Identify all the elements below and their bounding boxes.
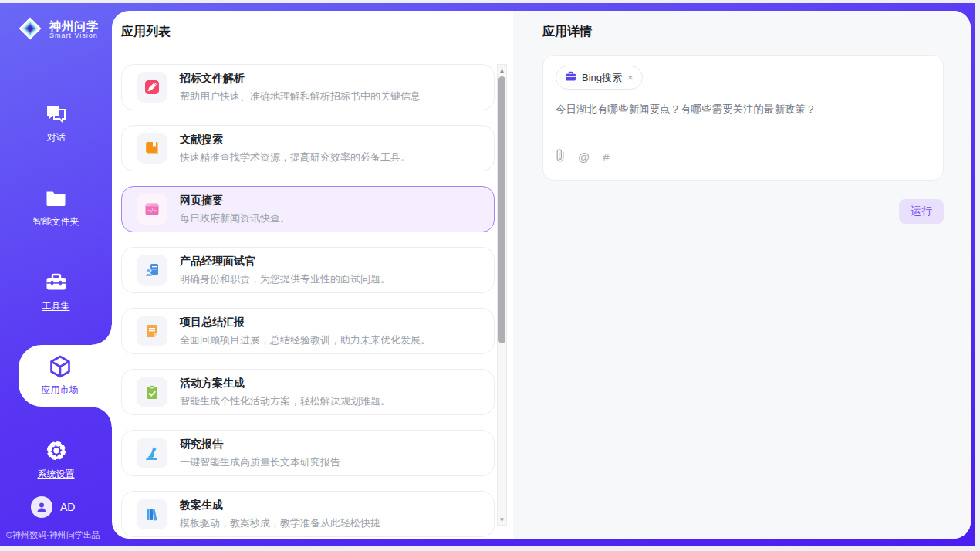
app-description: 全面回顾项目进展，总结经验教训，助力未来优化发展。 bbox=[180, 333, 431, 347]
sidebar-item-toolbox[interactable]: 工具集 bbox=[0, 261, 112, 323]
list-item[interactable]: </>网页摘要每日政府新闻资讯快查。 bbox=[121, 186, 495, 232]
sidebar-item-gear[interactable]: 系统设置 bbox=[0, 429, 112, 491]
app-description: 帮助用户快速、准确地理解和解析招标书中的关键信息 bbox=[180, 90, 421, 103]
cube-icon bbox=[49, 356, 71, 377]
app-description: 每日政府新闻资讯快查。 bbox=[180, 211, 290, 225]
report-icon bbox=[137, 438, 167, 468]
app-list-panel: 应用列表 招标文件解析帮助用户快速、准确地理解和解析招标书中的关键信息文献搜索快… bbox=[112, 11, 513, 539]
attachment-toolbar: @ # bbox=[556, 149, 931, 165]
app-description: 智能生成个性化活动方案，轻松解决规划难题。 bbox=[180, 394, 390, 408]
list-item[interactable]: 研究报告一键智能生成高质量长文本研究报告 bbox=[121, 430, 495, 476]
gear-icon bbox=[46, 440, 67, 461]
app-list-title: 应用列表 bbox=[121, 24, 513, 40]
at-sign-icon[interactable]: @ bbox=[578, 150, 590, 164]
app-name: 文献搜索 bbox=[180, 133, 411, 147]
brand-diamond-icon bbox=[17, 15, 43, 45]
tool-tag-label: Bing搜索 bbox=[582, 71, 622, 85]
main-content: 应用列表 招标文件解析帮助用户快速、准确地理解和解析招标书中的关键信息文献搜索快… bbox=[112, 11, 971, 539]
sidebar-item-label: 工具集 bbox=[42, 299, 70, 313]
interviewer-icon bbox=[137, 255, 167, 286]
list-item[interactable]: 产品经理面试官明确身份和职责，为您提供专业性的面试问题。 bbox=[121, 247, 495, 293]
app-name: 项目总结汇报 bbox=[180, 316, 431, 330]
list-item[interactable]: 招标文件解析帮助用户快速、准确地理解和解析招标书中的关键信息 bbox=[121, 64, 495, 110]
sidebar-item-folder[interactable]: 智能文件夹 bbox=[0, 177, 112, 238]
sidebar-item-label: 智能文件夹 bbox=[33, 215, 79, 228]
sidebar: 神州问学 Smart Vision 对话智能文件夹工具集应用市场系统设置 AD … bbox=[0, 3, 112, 546]
list-item[interactable]: 活动方案生成智能生成个性化活动方案，轻松解决规划难题。 bbox=[121, 369, 495, 415]
app-description: 模板驱动，教案秒成，教学准备从此轻松快捷 bbox=[180, 516, 380, 530]
user-avatar[interactable] bbox=[31, 496, 52, 518]
briefcase-icon bbox=[565, 71, 576, 85]
brand-name: 神州问学 bbox=[49, 20, 99, 33]
user-icon bbox=[35, 501, 48, 513]
app-description: 快速精准查找学术资源，提高研究效率的必备工具。 bbox=[180, 150, 411, 164]
folder-icon bbox=[46, 188, 67, 209]
user-area[interactable]: AD bbox=[0, 496, 112, 518]
scrollbar[interactable]: ▲ ▼ bbox=[497, 64, 507, 526]
app-name: 招标文件解析 bbox=[180, 72, 421, 86]
scrollbar-down-icon[interactable]: ▼ bbox=[498, 514, 506, 525]
sidebar-item-label: 对话 bbox=[47, 131, 66, 144]
paperclip-icon[interactable] bbox=[556, 149, 565, 165]
hash-icon[interactable]: # bbox=[603, 150, 609, 164]
tool-tag-bing[interactable]: Bing搜索 × bbox=[556, 66, 643, 90]
books-icon bbox=[137, 499, 167, 529]
app-detail-panel: 应用详情 Bing搜索 × 今日湖北有哪些新闻要点？有哪些需要关注的最新政策？ bbox=[513, 11, 971, 539]
prompt-card: Bing搜索 × 今日湖北有哪些新闻要点？有哪些需要关注的最新政策？ @ # bbox=[542, 55, 944, 181]
browser-code-icon: </> bbox=[137, 194, 167, 225]
book-icon bbox=[137, 133, 167, 164]
sidebar-nav: 对话智能文件夹工具集应用市场系统设置 bbox=[0, 93, 112, 513]
app-name: 产品经理面试官 bbox=[180, 255, 390, 269]
pen-square-icon bbox=[137, 72, 167, 103]
brand-logo: 神州问学 Smart Vision bbox=[0, 3, 112, 45]
sidebar-item-label: 系统设置 bbox=[38, 468, 75, 481]
app-description: 明确身份和职责，为您提供专业性的面试问题。 bbox=[180, 272, 390, 286]
svg-text:</>: </> bbox=[147, 208, 157, 214]
run-button[interactable]: 运行 bbox=[899, 199, 944, 224]
list-item[interactable]: 项目总结汇报全面回顾项目进展，总结经验教训，助力未来优化发展。 bbox=[121, 308, 495, 354]
prompt-text[interactable]: 今日湖北有哪些新闻要点？有哪些需要关注的最新政策？ bbox=[556, 103, 931, 117]
scrollbar-up-icon[interactable]: ▲ bbox=[498, 65, 506, 76]
user-initials: AD bbox=[60, 501, 75, 513]
app-window: 神州问学 Smart Vision 对话智能文件夹工具集应用市场系统设置 AD … bbox=[0, 3, 975, 546]
app-name: 网页摘要 bbox=[180, 194, 290, 208]
toolbox-icon bbox=[46, 272, 67, 293]
app-description: 一键智能生成高质量长文本研究报告 bbox=[180, 455, 340, 469]
note-icon bbox=[137, 316, 167, 346]
list-item[interactable]: 教案生成模板驱动，教案秒成，教学准备从此轻松快捷 bbox=[121, 491, 495, 537]
list-item[interactable]: 文献搜索快速精准查找学术资源，提高研究效率的必备工具。 bbox=[121, 125, 495, 171]
app-detail-title: 应用详情 bbox=[542, 24, 944, 40]
app-list: 招标文件解析帮助用户快速、准确地理解和解析招标书中的关键信息文献搜索快速精准查找… bbox=[121, 64, 495, 539]
app-name: 研究报告 bbox=[180, 438, 340, 451]
clipboard-icon bbox=[137, 377, 167, 407]
tag-close-icon[interactable]: × bbox=[627, 73, 634, 83]
sidebar-item-cube[interactable]: 应用市场 bbox=[19, 345, 112, 407]
copyright-footer: ©神州数码·神州问学出品 bbox=[0, 529, 112, 541]
scrollbar-thumb[interactable] bbox=[498, 76, 505, 343]
app-name: 活动方案生成 bbox=[180, 377, 390, 390]
sidebar-item-label: 应用市场 bbox=[42, 384, 79, 397]
chat-icon bbox=[46, 103, 67, 125]
brand-subtitle: Smart Vision bbox=[49, 32, 99, 40]
sidebar-item-chat[interactable]: 对话 bbox=[0, 93, 112, 154]
app-name: 教案生成 bbox=[180, 499, 380, 512]
